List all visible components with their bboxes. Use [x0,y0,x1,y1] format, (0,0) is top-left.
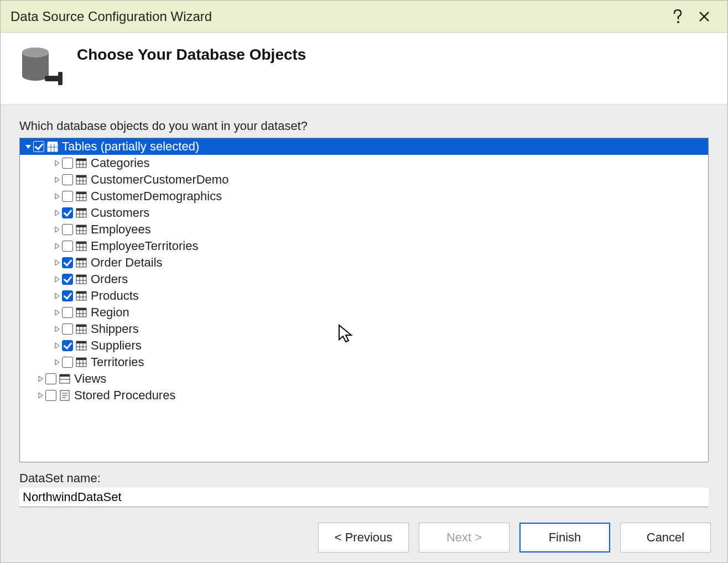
table-icon [75,240,87,252]
tree-node-table[interactable]: Territories [20,354,708,371]
svg-rect-8 [58,72,63,85]
prompt-text: Which database objects do you want in yo… [19,119,709,133]
svg-point-0 [677,21,679,23]
expander-closed-icon[interactable] [37,392,44,399]
tree-node-table[interactable]: Employees [20,221,708,238]
svg-marker-9 [25,145,31,149]
checkbox-table[interactable] [62,324,73,335]
svg-marker-81 [55,343,59,348]
svg-marker-93 [39,376,43,382]
tree-node-table[interactable]: Products [20,288,708,304]
svg-rect-23 [76,175,86,178]
expander-closed-icon[interactable] [53,209,61,217]
tree-node-table[interactable]: EmployeeTerritories [20,238,708,254]
expander-closed-icon[interactable] [53,192,61,200]
checkbox-table[interactable] [62,274,73,285]
checkbox-sprocs[interactable] [45,390,56,401]
expander-closed-icon[interactable] [53,176,61,184]
tree-node-label: Shippers [91,322,139,336]
svg-rect-59 [76,275,86,277]
tree-node-table[interactable]: CustomerCustomerDemo [20,171,708,188]
tree-node-tables[interactable]: Tables (partially selected) [20,138,708,155]
help-button[interactable] [664,3,691,30]
expander-open-icon[interactable] [24,143,32,150]
checkbox-table[interactable] [62,307,73,318]
tree-node-table[interactable]: Customers [20,205,708,221]
close-button[interactable] [691,3,717,30]
table-icon [75,306,87,319]
wizard-header: Choose Your Database Objects [1,33,727,105]
step-heading: Choose Your Database Objects [77,46,306,64]
expander-closed-icon[interactable] [53,275,61,283]
close-icon [699,11,710,22]
svg-marker-97 [39,393,43,398]
checkbox-table[interactable] [62,340,73,351]
checkbox-table[interactable] [62,158,73,169]
svg-marker-45 [55,243,59,249]
tree-node-table[interactable]: Suppliers [20,337,708,354]
table-icon [75,290,87,302]
expander-closed-icon[interactable] [53,259,61,267]
table-icon [75,323,87,335]
tables-group-icon [46,140,59,153]
tree-node-label: Territories [91,355,144,369]
tree-node-label: CustomerDemographics [91,189,222,204]
svg-rect-53 [76,258,86,260]
database-icon [16,43,66,92]
svg-marker-21 [55,177,59,183]
checkbox-table[interactable] [62,207,73,218]
expander-closed-icon[interactable] [53,358,61,366]
svg-rect-95 [60,374,70,377]
expander-closed-icon[interactable] [53,325,61,333]
checkbox-views[interactable] [45,373,56,384]
previous-button[interactable]: < Previous [318,523,409,552]
expander-closed-icon[interactable] [53,292,61,300]
tree-node-table[interactable]: Order Details [20,254,708,271]
expander-closed-icon[interactable] [37,375,44,383]
table-icon [75,273,87,285]
svg-rect-10 [48,144,58,152]
dataset-name-input[interactable] [19,488,709,507]
finish-button[interactable]: Finish [519,523,610,552]
checkbox-table[interactable] [62,290,73,301]
tree-node-sprocs[interactable]: Stored Procedures [20,387,708,404]
checkbox-table[interactable] [62,191,73,202]
svg-rect-17 [76,159,86,161]
svg-rect-29 [76,192,86,194]
svg-marker-87 [55,359,59,365]
checkbox-table[interactable] [62,224,73,235]
checkbox-table[interactable] [62,257,73,268]
stored-procedure-icon [59,389,71,402]
next-button[interactable]: Next > [419,523,509,552]
svg-rect-71 [76,308,86,310]
expander-closed-icon[interactable] [53,159,61,167]
checkbox-table[interactable] [62,174,73,185]
tree-node-table[interactable]: Orders [20,271,708,288]
tree-node-label: Region [91,305,129,320]
tree-node-label: Order Details [91,256,163,270]
svg-marker-63 [55,293,59,299]
tree-node-table[interactable]: Shippers [20,321,708,337]
tree-node-table[interactable]: Region [20,304,708,321]
checkbox-table[interactable] [62,241,73,252]
tree-node-table[interactable]: CustomerDemographics [20,188,708,205]
checkbox-table[interactable] [62,357,73,368]
expander-closed-icon[interactable] [53,242,61,250]
expander-closed-icon[interactable] [53,342,61,350]
expander-closed-icon[interactable] [53,226,61,233]
view-icon [59,373,71,385]
tree-node-label: CustomerCustomerDemo [91,173,228,187]
wizard-footer: < Previous Next > Finish Cancel [1,513,727,562]
cancel-button[interactable]: Cancel [620,523,711,552]
tree-node-label: Orders [91,272,128,286]
tree-node-views[interactable]: Views [20,371,708,387]
table-icon [75,257,87,269]
tree-node-table[interactable]: Categories [20,155,708,171]
checkbox-tables-root[interactable] [33,141,44,152]
objects-tree[interactable]: Tables (partially selected) CategoriesCu… [19,138,709,462]
table-icon [75,356,87,368]
wizard-window: Data Source Configuration Wizard [0,0,728,563]
expander-closed-icon[interactable] [53,309,61,316]
tree-node-label: Employees [91,222,151,237]
svg-rect-35 [76,208,86,211]
